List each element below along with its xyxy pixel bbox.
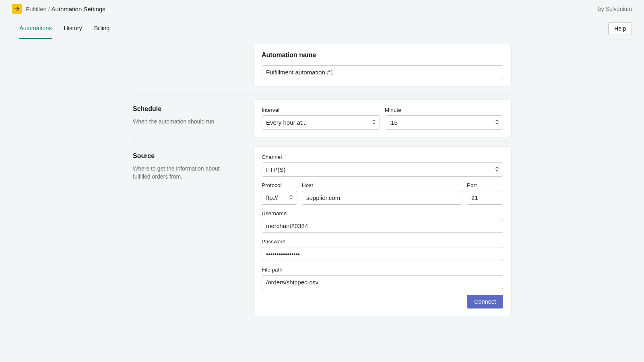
tab-history[interactable]: History bbox=[64, 19, 82, 39]
port-input[interactable] bbox=[467, 191, 503, 205]
section-title-schedule: Schedule bbox=[133, 105, 237, 113]
label-port: Port bbox=[467, 182, 503, 188]
automation-name-input[interactable] bbox=[262, 65, 503, 79]
section-desc-schedule: When the automation should run. bbox=[133, 117, 237, 125]
card-title-name: Automation name bbox=[262, 51, 503, 59]
interval-select[interactable]: Every hour at... bbox=[262, 115, 380, 130]
breadcrumb: Fulfilleo / Automation Settings bbox=[26, 6, 105, 12]
card-name: Automation name bbox=[254, 44, 511, 86]
vendor-byline: by Solvenium bbox=[598, 6, 632, 12]
label-username: Username bbox=[262, 210, 503, 216]
label-interval: Interval bbox=[262, 107, 380, 113]
section-name: Automation name bbox=[133, 39, 511, 95]
app-logo bbox=[12, 4, 22, 14]
password-input[interactable] bbox=[262, 247, 503, 261]
section-desc-source: Where to get the information about fulfi… bbox=[133, 165, 237, 181]
filepath-input[interactable] bbox=[262, 275, 503, 289]
tab-billing[interactable]: Billing bbox=[94, 19, 110, 39]
tab-automations[interactable]: Automations bbox=[19, 19, 52, 39]
section-source: Source Where to get the information abou… bbox=[133, 142, 511, 321]
label-password: Password bbox=[262, 239, 503, 245]
channel-select[interactable]: FTP(S) bbox=[262, 162, 503, 177]
breadcrumb-separator: / bbox=[48, 6, 50, 12]
arrow-right-icon bbox=[14, 6, 20, 12]
minute-select[interactable]: :15 bbox=[385, 115, 503, 130]
tabbar: Automations History Billing Help bbox=[0, 18, 644, 39]
label-protocol: Protocol bbox=[262, 182, 297, 188]
breadcrumb-current: Automation Settings bbox=[51, 6, 105, 12]
card-schedule: Interval Every hour at... Minute bbox=[254, 100, 511, 137]
topbar: Fulfilleo / Automation Settings by Solve… bbox=[0, 0, 644, 18]
protocol-select[interactable]: ftp:// bbox=[262, 191, 297, 205]
label-host: Host bbox=[302, 182, 462, 188]
username-input[interactable] bbox=[262, 219, 503, 233]
connect-button[interactable]: Connect bbox=[467, 295, 503, 309]
label-minute: Minute bbox=[385, 107, 503, 113]
section-schedule: Schedule When the automation should run.… bbox=[133, 95, 511, 142]
help-button[interactable]: Help bbox=[608, 22, 632, 35]
section-title-source: Source bbox=[133, 152, 237, 160]
card-source: Channel FTP(S) Protocol ftp:// bbox=[254, 147, 511, 316]
breadcrumb-app[interactable]: Fulfilleo bbox=[26, 6, 47, 12]
label-filepath: File path bbox=[262, 267, 503, 273]
label-channel: Channel bbox=[262, 154, 503, 160]
host-input[interactable] bbox=[302, 191, 462, 205]
